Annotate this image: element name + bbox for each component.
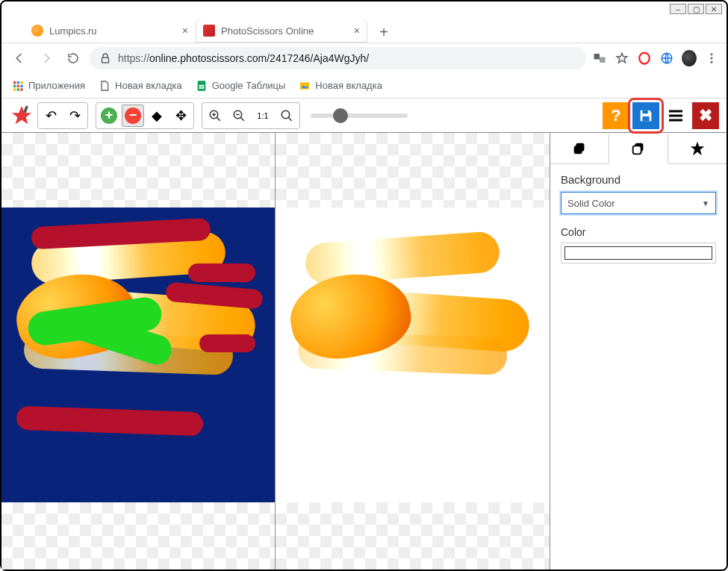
bookmarks-bar: Приложения Новая вкладка Google Таблицы … (1, 73, 727, 99)
new-tab-button[interactable]: + (373, 22, 394, 43)
bookmark-sheets[interactable]: Google Таблицы (196, 80, 286, 92)
svg-rect-8 (13, 81, 16, 84)
globe-icon[interactable] (659, 51, 674, 66)
address-bar: https://online.photoscissors.com/2417246… (1, 43, 727, 73)
undo-button[interactable]: ↶ (40, 104, 62, 127)
marker-tool-group: + − ◆ ✥ (96, 102, 194, 129)
reload-button[interactable] (63, 48, 84, 69)
background-marker-button[interactable]: − (122, 104, 144, 127)
window-maximize-button[interactable]: ▢ (688, 4, 704, 14)
zoom-in-button[interactable] (204, 104, 226, 127)
forward-button[interactable] (36, 48, 57, 69)
bookmark-newtab2[interactable]: Новая вкладка (299, 80, 382, 92)
svg-line-30 (240, 117, 244, 121)
move-button[interactable]: ✥ (169, 104, 192, 127)
zoom-actual-button[interactable]: 1:1 (252, 104, 274, 127)
background-mark (199, 334, 255, 352)
hamburger-icon (667, 107, 685, 125)
result-canvas[interactable] (276, 133, 550, 570)
eraser-button[interactable]: ◆ (146, 104, 168, 127)
svg-rect-15 (17, 88, 19, 90)
sidebar-tab-background[interactable] (609, 134, 668, 164)
svg-line-26 (217, 117, 220, 121)
window-close-button[interactable]: ✕ (706, 4, 722, 14)
color-swatch[interactable] (564, 246, 712, 260)
kebab-menu-icon[interactable] (704, 51, 719, 66)
svg-rect-1 (594, 54, 600, 60)
svg-point-7 (711, 61, 713, 63)
foreground-marker-button[interactable]: + (98, 104, 120, 127)
color-label: Color (561, 226, 716, 238)
redo-button[interactable]: ↷ (63, 104, 86, 127)
sidebar-body: Background Solid Color Color (550, 164, 727, 271)
transparency-checker (276, 502, 550, 570)
svg-rect-40 (574, 146, 582, 154)
stack-outline-icon (630, 140, 647, 157)
sidebar: Background Solid Color Color (550, 133, 727, 570)
tab-strip: Lumpics.ru × PhotoScissors Online × + (1, 16, 727, 43)
image-icon (299, 80, 311, 92)
close-tab-icon[interactable]: × (354, 25, 360, 37)
arrow-left-icon (13, 52, 26, 65)
app-close-button[interactable]: ✖ (692, 102, 719, 129)
zoom-tool-group: 1:1 (202, 102, 300, 129)
svg-point-32 (281, 110, 290, 119)
app-toolbar: ↶ ↷ + − ◆ ✥ 1:1 ? (1, 99, 727, 133)
svg-marker-23 (12, 105, 31, 123)
save-button[interactable] (632, 102, 659, 129)
svg-point-3 (639, 53, 650, 64)
favicon-lumpics (31, 25, 43, 37)
tab-lumpics[interactable]: Lumpics.ru × (24, 19, 196, 43)
brush-size-slider[interactable] (311, 113, 408, 118)
opera-icon[interactable] (637, 51, 652, 66)
help-button[interactable]: ? (603, 102, 629, 129)
svg-rect-2 (600, 57, 606, 63)
browser-window: – ▢ ✕ Lumpics.ru × PhotoScissors Online … (0, 0, 728, 571)
translate-icon[interactable] (592, 51, 607, 66)
page-icon (99, 80, 111, 92)
bookmark-newtab1[interactable]: Новая вкладка (99, 80, 182, 92)
toolbar-right: ? ✖ (603, 102, 719, 129)
transparency-checker (1, 502, 275, 570)
svg-point-5 (711, 53, 713, 55)
source-image (1, 208, 275, 502)
bookmark-label: Новая вкладка (315, 80, 382, 91)
window-minimize-button[interactable]: – (670, 4, 686, 14)
svg-rect-13 (20, 84, 22, 87)
sidebar-tab-rate[interactable] (668, 133, 727, 163)
transparency-checker (276, 133, 550, 208)
url-scheme: https:// (118, 52, 149, 64)
zoom-fit-button[interactable] (276, 104, 298, 127)
svg-rect-12 (17, 84, 19, 87)
profile-avatar[interactable] (682, 51, 697, 66)
bookmark-label: Google Таблицы (212, 80, 286, 91)
color-picker-row (561, 243, 716, 263)
url-path: online.photoscissors.com/2417246/Aja4WgJ… (149, 52, 369, 64)
source-canvas[interactable] (1, 133, 276, 570)
bookmark-label: Приложения (28, 80, 85, 91)
svg-point-6 (711, 57, 713, 60)
plus-icon: + (101, 107, 117, 124)
close-tab-icon[interactable]: × (182, 25, 188, 37)
svg-rect-11 (13, 84, 16, 87)
lock-icon (99, 52, 112, 65)
slider-thumb[interactable] (333, 108, 348, 123)
app-main: Background Solid Color Color (1, 133, 727, 570)
svg-rect-0 (102, 57, 109, 63)
back-button[interactable] (9, 48, 30, 69)
app-logo-icon[interactable] (9, 103, 34, 128)
zoom-out-button[interactable] (228, 104, 250, 127)
svg-rect-24 (23, 105, 28, 113)
extension-icons (592, 51, 719, 66)
bookmark-apps[interactable]: Приложения (12, 80, 85, 92)
menu-button[interactable] (662, 102, 689, 129)
sidebar-tab-foreground[interactable] (550, 133, 609, 163)
svg-rect-14 (13, 88, 16, 90)
sidebar-tabs (550, 133, 727, 164)
tab-photoscissors[interactable]: PhotoScissors Online × (196, 19, 367, 43)
reload-icon (66, 52, 80, 65)
background-type-select[interactable]: Solid Color (561, 192, 716, 214)
svg-rect-16 (20, 88, 22, 90)
url-input[interactable]: https://online.photoscissors.com/2417246… (90, 47, 586, 69)
star-bookmark-icon[interactable] (615, 51, 629, 66)
